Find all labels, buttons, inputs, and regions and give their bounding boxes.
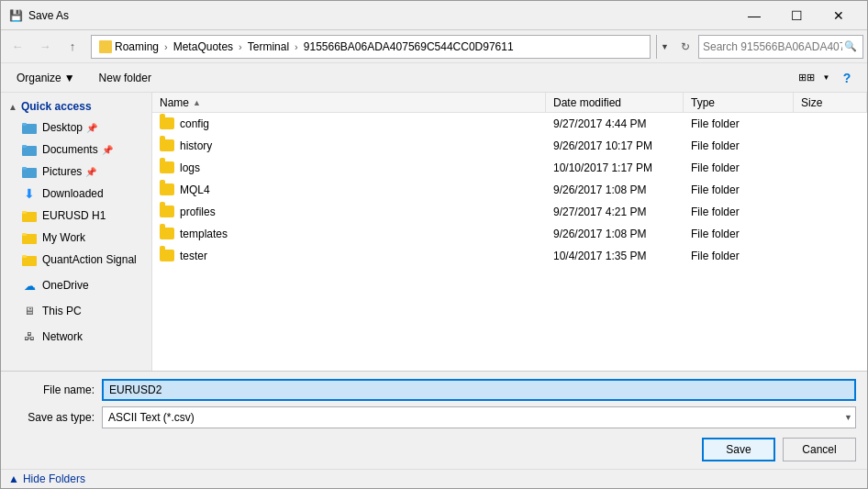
forward-button[interactable]: → (32, 34, 58, 60)
folder-icon (160, 250, 174, 261)
mywork-folder-icon (22, 230, 37, 245)
sidebar-item-desktop[interactable]: Desktop 📌 (3, 117, 150, 139)
hide-folders-arrow-icon: ▲ (8, 472, 19, 485)
pin-icon: 📌 (86, 123, 97, 133)
column-size-header[interactable]: Size (794, 93, 867, 112)
onedrive-section: ☁ OneDrive (1, 274, 151, 296)
folder-icon (160, 161, 174, 173)
sidebar-item-quantaction[interactable]: QuantAction Signal (3, 249, 150, 271)
table-row[interactable]: config 9/27/2017 4:44 PM File folder (152, 113, 867, 135)
folder-icon (160, 206, 174, 217)
table-row[interactable]: history 9/26/2017 10:17 PM File folder (152, 135, 867, 157)
search-icon: 🔍 (842, 39, 859, 55)
crumb-terminal[interactable]: Terminal (244, 39, 293, 55)
window-icon: 💾 (8, 8, 23, 23)
column-type-header[interactable]: Type (684, 93, 794, 112)
column-date-header[interactable]: Date modified (546, 93, 684, 112)
folder-icon (160, 228, 174, 239)
sidebar-item-downloaded[interactable]: ⬇ Downloaded (3, 183, 150, 205)
address-bar[interactable]: Roaming › MetaQuotes › Terminal › 915566… (91, 35, 651, 59)
view-mode-button[interactable]: ⊞⊞ (794, 65, 819, 91)
downloaded-icon: ⬇ (22, 186, 37, 201)
table-row[interactable]: tester 10/4/2017 1:35 PM File folder (152, 245, 867, 267)
folder-icon (160, 183, 174, 195)
svg-rect-12 (22, 255, 27, 258)
pin-icon: 📌 (102, 145, 113, 155)
sidebar-item-onedrive[interactable]: ☁ OneDrive (3, 274, 150, 296)
filename-input[interactable] (102, 379, 856, 401)
search-box: 🔍 (698, 35, 863, 59)
file-list: Name ▲ Date modified Type Size config (152, 93, 867, 371)
savetype-select[interactable]: ASCII Text (*.csv) (102, 406, 856, 428)
maximize-button[interactable]: ☐ (775, 1, 818, 30)
main-content: ▲ Quick access Desktop 📌 Documents 📌 (1, 93, 867, 371)
sort-arrow-icon: ▲ (193, 98, 201, 107)
svg-rect-10 (22, 233, 27, 236)
quantaction-folder-icon (22, 252, 37, 267)
svg-rect-2 (22, 123, 27, 126)
filename-row: File name: (12, 379, 856, 401)
svg-rect-6 (22, 167, 27, 170)
thispc-section: 🖥 This PC (1, 300, 151, 322)
sidebar-item-network[interactable]: 🖧 Network (3, 326, 150, 348)
svg-rect-8 (22, 211, 27, 214)
pictures-folder-icon (22, 164, 37, 179)
documents-folder-icon (22, 142, 37, 157)
sidebar-item-mywork[interactable]: My Work (3, 227, 150, 249)
hide-folders-bar: ▲ Hide Folders (1, 469, 867, 488)
savetype-label: Save as type: (12, 411, 95, 424)
table-row[interactable]: templates 9/26/2017 1:08 PM File folder (152, 223, 867, 245)
sidebar-item-documents[interactable]: Documents 📌 (3, 139, 150, 161)
filename-label: File name: (12, 383, 95, 396)
secondary-toolbar: Organize ▼ New folder ⊞⊞ ▼ ? (1, 63, 867, 93)
view-mode-dropdown[interactable]: ▼ (819, 65, 834, 91)
bottom-actions: Save Cancel (12, 434, 856, 461)
search-input[interactable] (703, 40, 842, 53)
file-list-header: Name ▲ Date modified Type Size (152, 93, 867, 113)
desktop-folder-icon (22, 120, 37, 135)
hide-folders-button[interactable]: ▲ Hide Folders (8, 472, 85, 485)
back-button[interactable]: ← (5, 34, 30, 60)
eurusd-folder-icon (22, 208, 37, 223)
breadcrumb: Roaming › MetaQuotes › Terminal › 915566… (95, 39, 517, 55)
title-bar-controls: — ☐ ✕ (733, 1, 860, 30)
table-row[interactable]: MQL4 9/26/2017 1:08 PM File folder (152, 179, 867, 201)
savetype-row: Save as type: ASCII Text (*.csv) ▼ (12, 406, 856, 428)
table-row[interactable]: logs 10/10/2017 1:17 PM File folder (152, 157, 867, 179)
organize-button[interactable]: Organize ▼ (8, 67, 83, 89)
sidebar: ▲ Quick access Desktop 📌 Documents 📌 (1, 93, 152, 371)
folder-icon (99, 40, 112, 53)
bottom-panel: File name: Save as type: ASCII Text (*.c… (1, 371, 867, 469)
sidebar-item-pictures[interactable]: Pictures 📌 (3, 161, 150, 183)
quick-access-section: ▲ Quick access Desktop 📌 Documents 📌 (1, 96, 151, 271)
column-name-header[interactable]: Name ▲ (152, 93, 546, 112)
thispc-icon: 🖥 (22, 304, 37, 318)
sidebar-item-eurusd[interactable]: EURUSD H1 (3, 205, 150, 227)
crumb-guid[interactable]: 915566BA06ADA407569C544CC0D97611 (300, 39, 517, 55)
view-controls: ⊞⊞ ▼ ? (794, 65, 860, 91)
savetype-select-wrap: ASCII Text (*.csv) ▼ (102, 406, 856, 428)
quick-access-header[interactable]: ▲ Quick access (1, 96, 151, 117)
network-section: 🖧 Network (1, 326, 151, 348)
refresh-button[interactable]: ↻ (674, 35, 696, 59)
title-bar: 💾 Save As — ☐ ✕ (1, 1, 867, 30)
file-rows-container: config 9/27/2017 4:44 PM File folder his… (152, 113, 867, 267)
minimize-button[interactable]: — (733, 1, 775, 30)
close-button[interactable]: ✕ (818, 1, 860, 30)
sidebar-item-thispc[interactable]: 🖥 This PC (3, 300, 150, 322)
folder-icon (160, 117, 174, 129)
save-button[interactable]: Save (702, 438, 775, 461)
new-folder-button[interactable]: New folder (91, 67, 160, 89)
pin-icon: 📌 (85, 167, 96, 177)
table-row[interactable]: profiles 9/27/2017 4:21 PM File folder (152, 201, 867, 223)
cancel-button[interactable]: Cancel (783, 438, 856, 461)
crumb-roaming[interactable]: Roaming (95, 39, 162, 55)
onedrive-icon: ☁ (22, 278, 37, 293)
address-toolbar: ← → ↑ Roaming › MetaQuotes › Terminal › … (1, 30, 867, 63)
crumb-metaquotes[interactable]: MetaQuotes (170, 39, 237, 55)
up-button[interactable]: ↑ (60, 34, 85, 60)
address-dropdown-button[interactable]: ▼ (656, 35, 673, 59)
folder-icon (160, 139, 174, 151)
help-button[interactable]: ? (834, 65, 860, 91)
save-as-dialog: 💾 Save As — ☐ ✕ ← → ↑ Roaming › MetaQuot… (0, 0, 868, 489)
